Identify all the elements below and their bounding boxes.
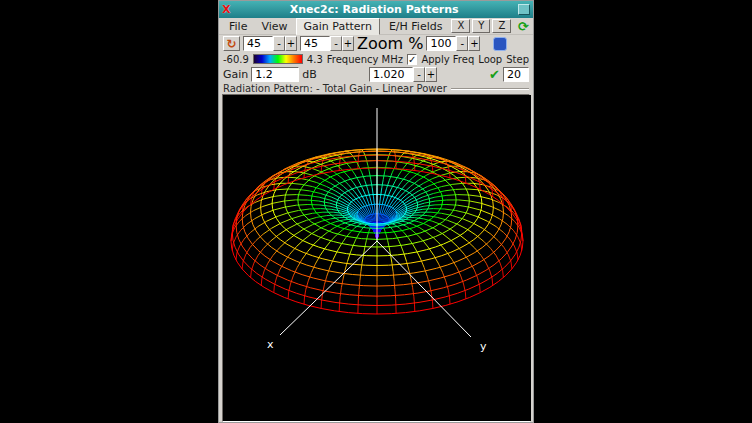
scale-row: -60.9 4.3 Frequency MHz ✓ Apply Freq Loo… <box>219 52 533 66</box>
zoom-label: Zoom % <box>357 34 423 53</box>
zoom-decrement-button[interactable]: - <box>456 36 468 51</box>
elevation-input[interactable]: 45 <box>300 36 330 51</box>
elevation-spinner: 45 - + <box>300 36 354 51</box>
rotation-toolbar: ↻ 45 - + 45 - + Zoom % 100 - + <box>219 35 533 52</box>
reset-view-icon[interactable] <box>493 37 507 51</box>
step-label: Step <box>506 54 529 65</box>
pattern-title: Radiation Pattern: - Total Gain - Linear… <box>223 83 447 94</box>
gain-label: Gain <box>223 68 248 81</box>
db-label: dB <box>302 68 317 81</box>
steps-input[interactable]: 20 <box>503 67 529 82</box>
frame-divider <box>451 88 529 90</box>
refresh-icon[interactable]: ⟳ <box>518 20 529 33</box>
azimuth-decrement-button[interactable]: - <box>273 36 285 51</box>
view-x-button[interactable]: X <box>451 19 470 33</box>
frequency-label: Frequency MHz <box>327 54 403 65</box>
pattern-frame-label: Radiation Pattern: - Total Gain - Linear… <box>219 83 533 94</box>
radiation-pattern-plot[interactable]: xy <box>223 95 531 421</box>
azimuth-increment-button[interactable]: + <box>285 36 297 51</box>
frequency-decrement-button[interactable]: - <box>413 67 425 82</box>
zoom-increment-button[interactable]: + <box>468 36 480 51</box>
x-axis-label: x <box>267 338 274 351</box>
menu-file[interactable]: File <box>223 19 253 34</box>
zoom-input[interactable]: 100 <box>426 36 456 51</box>
elevation-decrement-button[interactable]: - <box>330 36 342 51</box>
xnec2c-window: X Xnec2c: Radiation Patterns File View G… <box>218 0 534 423</box>
frequency-increment-button[interactable]: + <box>425 67 437 82</box>
loop-label: Loop <box>478 54 502 65</box>
frequency-input[interactable]: 1.020 <box>369 67 413 82</box>
tab-eh-fields[interactable]: E/H Fields <box>382 19 450 34</box>
radiation-pattern-canvas[interactable]: xy <box>222 94 530 422</box>
colorscale <box>253 54 303 64</box>
rotate-icon[interactable]: ↻ <box>223 36 240 51</box>
frequency-spinner: 1.020 - + <box>369 67 437 82</box>
menubar: File View Gain Pattern E/H Fields X Y Z … <box>219 18 533 35</box>
apply-freq-label: Apply Freq <box>421 54 474 65</box>
menu-view[interactable]: View <box>255 19 293 34</box>
max-gain-label: 4.3 <box>307 54 323 65</box>
app-icon: X <box>222 4 230 15</box>
gain-value[interactable]: 1.2 <box>251 67 299 82</box>
desktop: X Xnec2c: Radiation Patterns File View G… <box>0 0 752 423</box>
zoom-spinner: 100 - + <box>426 36 480 51</box>
elevation-increment-button[interactable]: + <box>342 36 354 51</box>
y-axis-label: y <box>480 340 487 353</box>
view-y-button[interactable]: Y <box>472 19 490 33</box>
apply-check-icon[interactable]: ✔ <box>489 67 500 82</box>
tab-gain-pattern[interactable]: Gain Pattern <box>296 18 380 35</box>
view-z-button[interactable]: Z <box>492 19 511 33</box>
azimuth-spinner: 45 - + <box>243 36 297 51</box>
gain-row: Gain 1.2 dB 1.020 - + ✔ 20 <box>219 66 533 83</box>
azimuth-input[interactable]: 45 <box>243 36 273 51</box>
titlebar[interactable]: X Xnec2c: Radiation Patterns <box>219 1 533 18</box>
apply-freq-checkbox[interactable]: ✓ <box>407 54 417 65</box>
min-gain-label: -60.9 <box>223 54 249 65</box>
iconify-button[interactable] <box>518 4 530 15</box>
window-title: Xnec2c: Radiation Patterns <box>234 3 514 16</box>
